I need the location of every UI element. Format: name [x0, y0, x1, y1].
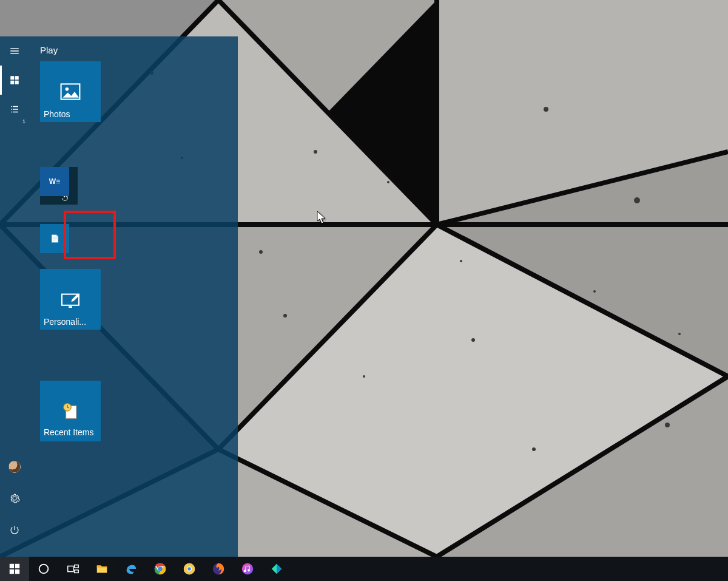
svg-rect-53	[10, 564, 14, 568]
svg-point-62	[158, 566, 162, 571]
task-view-button[interactable]	[58, 557, 87, 581]
notepad-icon: 📄	[50, 234, 59, 243]
svg-rect-39	[10, 81, 14, 84]
chrome-button[interactable]	[146, 557, 175, 581]
svg-point-57	[39, 565, 49, 574]
svg-point-27	[471, 338, 475, 342]
svg-point-66	[187, 567, 191, 571]
svg-point-30	[363, 375, 365, 378]
group-title: Play	[40, 45, 227, 55]
rail-badge: 1	[22, 118, 25, 124]
tile-group-5: PiP-Tool (Picture I... Recent Items	[40, 381, 227, 447]
recent-items-icon	[61, 403, 79, 420]
svg-point-23	[387, 181, 389, 183]
file-explorer-button[interactable]	[87, 557, 116, 581]
svg-point-34	[259, 250, 263, 254]
svg-point-24	[544, 107, 548, 112]
personalize-icon	[60, 291, 81, 308]
expand-menu-button[interactable]	[0, 36, 29, 66]
svg-point-22	[314, 150, 317, 154]
svg-point-31	[532, 447, 536, 451]
user-account-button[interactable]	[0, 452, 29, 481]
start-menu: 1 Play 🔓 🎬 💿	[0, 36, 238, 557]
notepad-tile[interactable]: 📄	[40, 224, 69, 253]
recent-label: Recent Items	[44, 427, 97, 438]
edge-taskbar-button[interactable]	[116, 557, 146, 581]
recent-items-tile[interactable]: Recent Items	[40, 381, 101, 441]
itunes-taskbar-button[interactable]	[233, 557, 262, 581]
personalize-label: Personali...	[44, 316, 97, 327]
svg-point-36	[678, 333, 681, 335]
word-tile[interactable]: W≡	[40, 167, 69, 196]
svg-rect-54	[15, 564, 19, 568]
word-icon: W≡	[49, 177, 60, 186]
svg-rect-58	[68, 566, 73, 571]
pinned-tiles-button[interactable]	[0, 66, 29, 95]
svg-point-25	[634, 197, 640, 203]
svg-rect-56	[15, 569, 19, 574]
svg-point-68	[242, 563, 253, 574]
start-button[interactable]	[0, 557, 29, 581]
start-tiles-area: Play 🔓 🎬 💿 🖼️ 📰 🧮 🛍️	[29, 36, 238, 557]
settings-button[interactable]	[0, 484, 29, 513]
svg-rect-38	[15, 76, 19, 80]
cortana-button[interactable]	[29, 557, 58, 581]
filmora-taskbar-button[interactable]	[262, 557, 291, 581]
svg-point-28	[593, 290, 596, 293]
all-apps-button[interactable]: 1	[0, 95, 29, 124]
taskbar	[0, 557, 728, 581]
photo-icon	[60, 83, 81, 100]
chrome-canary-button[interactable]	[175, 557, 204, 581]
avatar	[8, 461, 21, 473]
personalize-tile[interactable]: Personali...	[40, 269, 101, 330]
firefox-button[interactable]	[204, 557, 233, 581]
tile-group-3: ◆ 🎧 Ps ♫ 🖥️ 📄	[40, 224, 227, 254]
svg-rect-59	[75, 565, 78, 568]
svg-point-42	[66, 87, 69, 91]
power-button[interactable]	[0, 515, 29, 545]
start-rail: 1	[0, 36, 29, 557]
svg-rect-60	[75, 570, 78, 573]
svg-point-26	[283, 314, 287, 318]
svg-point-29	[665, 423, 670, 427]
tile-group-1: 🔓 🎬 💿 🖼️ 📰 🧮 🛍️ Photos	[40, 61, 227, 152]
photos-tile[interactable]: Photos	[40, 61, 101, 122]
tile-group-2: # S W≡	[40, 167, 227, 209]
tile-group-4: ▧▧ N VLC media player Personali...	[40, 269, 227, 366]
svg-point-35	[460, 260, 462, 262]
svg-rect-37	[10, 76, 14, 80]
svg-rect-55	[10, 569, 14, 574]
svg-rect-40	[15, 81, 19, 84]
photos-label: Photos	[44, 109, 97, 120]
